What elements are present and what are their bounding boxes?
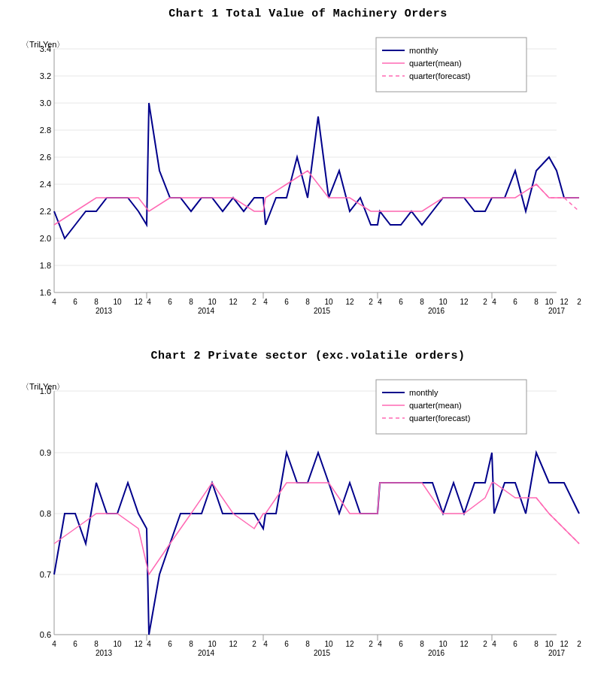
svg-text:2.2: 2.2 [40, 207, 51, 216]
svg-text:0.7: 0.7 [40, 570, 51, 579]
chart1-legend: monthly quarter(mean) quarter(forecast) [376, 38, 526, 92]
svg-text:10: 10 [324, 298, 333, 306]
svg-text:2: 2 [369, 298, 373, 306]
svg-text:3.2: 3.2 [40, 71, 51, 80]
chart1-svg: 〈Tril.Yen〉 3.4 3.2 3.0 2.8 [15, 26, 602, 327]
svg-text:2: 2 [252, 640, 256, 648]
chart1-container: 〈Tril.Yen〉 3.4 3.2 3.0 2.8 [15, 26, 602, 327]
svg-text:10: 10 [438, 640, 448, 648]
svg-text:6: 6 [399, 640, 403, 648]
svg-text:8: 8 [420, 640, 424, 648]
svg-text:6: 6 [73, 640, 77, 648]
svg-text:2.8: 2.8 [40, 126, 51, 135]
svg-text:1.6: 1.6 [40, 288, 51, 297]
svg-text:12: 12 [134, 298, 143, 306]
svg-text:10: 10 [324, 640, 333, 648]
svg-text:monthly: monthly [409, 388, 438, 397]
svg-text:4: 4 [147, 640, 151, 648]
svg-text:2: 2 [369, 640, 373, 648]
svg-text:2: 2 [577, 640, 581, 648]
svg-text:12: 12 [345, 640, 354, 648]
svg-text:4: 4 [263, 640, 268, 648]
svg-text:2013: 2013 [96, 649, 113, 657]
chart2-monthly-line [54, 453, 579, 635]
svg-text:8: 8 [94, 298, 99, 306]
svg-text:2014: 2014 [198, 649, 215, 657]
svg-text:0.6: 0.6 [40, 630, 51, 639]
chart1-title: Chart 1 Total Value of Machinery Orders [15, 8, 601, 20]
svg-text:8: 8 [94, 640, 99, 648]
svg-text:2.4: 2.4 [40, 180, 51, 189]
svg-text:4: 4 [263, 298, 268, 306]
svg-text:quarter(forecast): quarter(forecast) [409, 414, 470, 423]
page: Chart 1 Total Value of Machinery Orders … [0, 0, 616, 679]
chart2-container: 〈Tril.Yen〉 1.0 0.9 0.8 0.7 [15, 368, 602, 679]
svg-text:4: 4 [492, 640, 496, 648]
svg-text:2: 2 [483, 640, 487, 648]
svg-text:1.0: 1.0 [40, 386, 51, 396]
svg-text:4: 4 [378, 298, 382, 306]
svg-text:4: 4 [147, 298, 151, 306]
svg-text:2013: 2013 [96, 307, 113, 315]
svg-text:10: 10 [113, 298, 122, 306]
chart1-section: Chart 1 Total Value of Machinery Orders … [15, 8, 601, 327]
svg-text:3.4: 3.4 [40, 44, 51, 53]
svg-text:2014: 2014 [198, 307, 215, 315]
svg-text:10: 10 [438, 298, 448, 306]
svg-text:8: 8 [305, 640, 310, 648]
svg-text:6: 6 [513, 640, 517, 648]
x-axis2-labels: 4 6 8 10 12 2013 4 6 8 10 12 2 2014 4 [52, 635, 581, 657]
svg-text:3.0: 3.0 [40, 99, 51, 108]
svg-text:2016: 2016 [428, 649, 445, 657]
svg-text:2017: 2017 [548, 649, 566, 657]
svg-text:8: 8 [534, 640, 539, 648]
svg-text:12: 12 [134, 640, 143, 648]
svg-text:2017: 2017 [548, 307, 566, 315]
svg-text:8: 8 [534, 298, 539, 306]
svg-text:4: 4 [52, 640, 56, 648]
svg-text:4: 4 [378, 640, 382, 648]
svg-text:6: 6 [73, 298, 77, 306]
svg-text:12: 12 [345, 298, 354, 306]
svg-text:10: 10 [545, 640, 554, 648]
svg-text:2015: 2015 [314, 307, 331, 315]
svg-text:monthly: monthly [409, 46, 438, 55]
svg-text:2: 2 [577, 298, 581, 306]
svg-text:6: 6 [168, 640, 172, 648]
chart1-quarter-mean-line [54, 171, 579, 225]
svg-text:quarter(mean): quarter(mean) [409, 59, 462, 68]
svg-text:6: 6 [168, 298, 172, 306]
chart2-title: Chart 2 Private sector (exc.volatile ord… [15, 350, 601, 362]
svg-text:10: 10 [208, 640, 217, 648]
svg-text:2015: 2015 [314, 649, 331, 657]
svg-text:6: 6 [284, 298, 289, 306]
svg-text:10: 10 [113, 640, 122, 648]
svg-text:8: 8 [305, 298, 310, 306]
svg-text:6: 6 [513, 298, 517, 306]
svg-text:12: 12 [460, 640, 469, 648]
svg-text:6: 6 [399, 298, 403, 306]
svg-text:0.8: 0.8 [40, 509, 51, 518]
chart2-svg: 〈Tril.Yen〉 1.0 0.9 0.8 0.7 [15, 368, 602, 679]
chart2-section: Chart 2 Private sector (exc.volatile ord… [15, 350, 601, 679]
svg-text:4: 4 [52, 298, 56, 306]
svg-text:0.9: 0.9 [40, 448, 51, 457]
svg-text:12: 12 [460, 298, 469, 306]
svg-text:4: 4 [492, 298, 496, 306]
svg-text:8: 8 [420, 298, 424, 306]
chart2-legend: monthly quarter(mean) quarter(forecast) [376, 380, 526, 434]
svg-text:2.6: 2.6 [40, 153, 51, 162]
svg-text:6: 6 [284, 640, 289, 648]
svg-text:10: 10 [545, 298, 554, 306]
svg-text:10: 10 [208, 298, 217, 306]
svg-text:8: 8 [189, 640, 193, 648]
svg-text:12: 12 [229, 298, 238, 306]
svg-text:quarter(forecast): quarter(forecast) [409, 71, 470, 80]
svg-text:12: 12 [229, 640, 238, 648]
x-axis-labels: 4 6 8 10 12 2013 4 6 8 10 12 2 [52, 293, 581, 315]
svg-text:12: 12 [560, 298, 569, 306]
svg-text:2.0: 2.0 [40, 234, 51, 243]
chart1-monthly-line [54, 103, 579, 238]
svg-text:quarter(mean): quarter(mean) [409, 401, 462, 410]
svg-text:2: 2 [252, 298, 256, 306]
